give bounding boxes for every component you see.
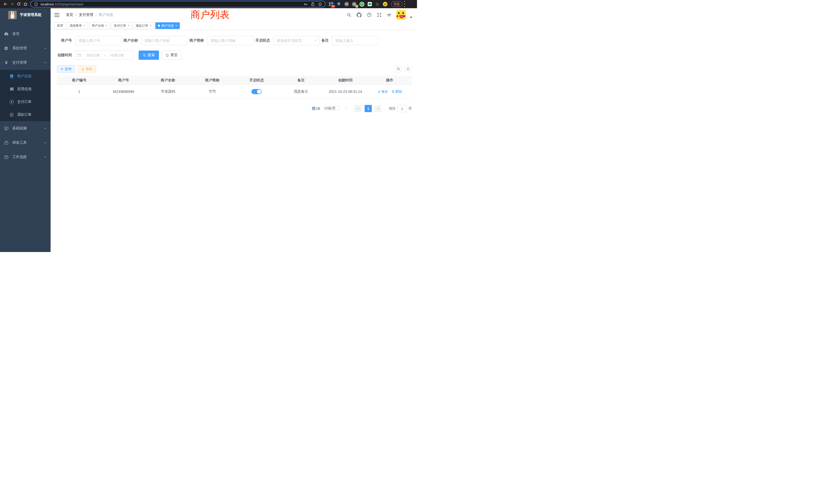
- status-toggle[interactable]: [251, 89, 262, 94]
- calendar-icon: [78, 53, 81, 57]
- sidebar-item-refund-order[interactable]: 退款订单: [0, 108, 50, 121]
- dashboard-icon: [4, 32, 8, 36]
- y-extension-icon[interactable]: Y: [359, 2, 364, 7]
- breadcrumb-pay[interactable]: 支付管理: [79, 13, 93, 17]
- command-extension-icon[interactable]: ⌘: [344, 2, 349, 7]
- status-select[interactable]: [273, 36, 320, 45]
- github-icon[interactable]: [357, 13, 361, 18]
- close-icon[interactable]: ×: [84, 24, 85, 27]
- close-icon[interactable]: ×: [175, 24, 177, 27]
- sidebar-item-merchant-info[interactable]: 商户信息: [0, 70, 50, 83]
- breadcrumb-current: 商户信息: [99, 13, 113, 17]
- sidebar-item-app-info[interactable]: 应用信息: [0, 83, 50, 95]
- short-name-input[interactable]: [207, 36, 254, 45]
- tab-merchant-info[interactable]: 商户信息×: [155, 22, 180, 29]
- chevron-down-icon: [345, 107, 348, 110]
- chat-extension-icon[interactable]: [367, 2, 372, 7]
- header-search-icon[interactable]: [347, 13, 351, 17]
- notify-extension-icon[interactable]: 1: [352, 2, 357, 7]
- chrome-menu-icon[interactable]: •••: [404, 0, 405, 8]
- monitor-check-icon: [4, 126, 8, 131]
- browser-chrome: localhost:1024/pay/merchant 10 ⌘ 1 Y 更新 …: [0, 0, 417, 8]
- tab-manager-extension-icon[interactable]: 10: [329, 2, 333, 7]
- page-unit-label: 页: [409, 106, 412, 111]
- date-start-input[interactable]: [83, 53, 104, 57]
- info-icon[interactable]: [34, 2, 39, 6]
- full-name-input[interactable]: [141, 36, 188, 45]
- font-size-icon[interactable]: тT: [387, 13, 391, 17]
- bookmark-star-icon[interactable]: [317, 2, 323, 6]
- page-content: 商户号 商户全称 商户简称 开启状态: [50, 30, 417, 252]
- export-button[interactable]: 导出: [78, 65, 96, 73]
- avatar-caret-down-icon[interactable]: [410, 17, 412, 18]
- app-logo-row[interactable]: 芋道管理系统: [0, 8, 50, 22]
- add-button[interactable]: 新增: [57, 65, 75, 73]
- sidebar-item-infra[interactable]: 基础设施: [0, 121, 50, 136]
- tab-home[interactable]: 首页: [54, 22, 66, 29]
- page-header: 首页 / 支付管理 / 商户信息 ? тT: [50, 8, 417, 22]
- browser-refresh-icon[interactable]: [16, 1, 22, 7]
- browser-back-icon[interactable]: [2, 1, 9, 7]
- close-icon[interactable]: ×: [106, 24, 107, 27]
- fullscreen-icon[interactable]: [377, 13, 381, 17]
- tab-user-group[interactable]: 用户分组×: [89, 22, 110, 29]
- breadcrumb-home[interactable]: 首页: [66, 13, 73, 17]
- annotation-merchant-list: 商户列表: [191, 8, 229, 21]
- show-search-button[interactable]: [395, 65, 402, 73]
- page-size-select[interactable]: 10条/页: [324, 106, 339, 110]
- refresh-table-button[interactable]: [404, 65, 412, 73]
- date-range-picker[interactable]: -: [75, 50, 133, 60]
- sidebar-item-label: 研发工具: [12, 140, 44, 145]
- add-button-label: 新增: [65, 67, 71, 71]
- rabbit-logo: [8, 11, 17, 19]
- user-avatar-pikachu[interactable]: [396, 10, 406, 20]
- page-number-1[interactable]: 1: [365, 105, 372, 112]
- col-merchant-id: 商户编号: [57, 78, 102, 83]
- delete-link[interactable]: 删除: [392, 89, 402, 94]
- close-icon[interactable]: ×: [128, 24, 129, 27]
- tab-label: 支付订单: [114, 24, 126, 28]
- date-end-input[interactable]: [107, 53, 128, 57]
- chevron-down-icon: [44, 47, 47, 50]
- extensions-puzzle-icon[interactable]: [375, 2, 380, 7]
- edit-link[interactable]: 修改: [377, 89, 388, 94]
- collapse-sidebar-icon[interactable]: [54, 13, 59, 17]
- close-icon[interactable]: ×: [150, 24, 152, 27]
- sidebar-item-label: 退款订单: [17, 112, 31, 117]
- gem-extension-icon[interactable]: [336, 2, 341, 7]
- sidebar-item-pay-order[interactable]: ¥ 支付订单: [0, 95, 50, 108]
- chrome-update-button[interactable]: 更新: [391, 1, 402, 7]
- prev-page-button[interactable]: [354, 105, 361, 112]
- tab-pay-order[interactable]: 支付订单×: [111, 22, 132, 29]
- table-row: 1 M233666999 芋道源码 芋艿 我是备注 2021-10-23 08:…: [57, 85, 412, 98]
- remark-input[interactable]: [332, 36, 378, 45]
- address-bar[interactable]: localhost:1024/pay/merchant: [30, 1, 326, 7]
- help-question-icon[interactable]: ?: [367, 13, 372, 17]
- col-full-name: 商户全称: [146, 78, 190, 83]
- emoji-extension-icon[interactable]: [382, 2, 388, 7]
- password-key-icon[interactable]: [303, 2, 308, 6]
- search-button[interactable]: 搜索: [139, 50, 159, 60]
- goto-page-input[interactable]: [397, 105, 407, 112]
- short-name-label: 商户简称: [190, 38, 204, 43]
- merchant-no-input[interactable]: [75, 36, 122, 45]
- sidebar-item-pay[interactable]: ¥ 支付管理: [0, 55, 50, 70]
- tab-process-form[interactable]: 流程表单×: [67, 22, 88, 29]
- col-merchant-no: 商户号: [102, 78, 146, 83]
- sidebar-item-dev-tools[interactable]: 研发工具: [0, 136, 50, 150]
- reset-button[interactable]: 重置: [161, 50, 182, 60]
- next-page-button[interactable]: [374, 105, 381, 112]
- col-short-name: 商户简称: [190, 78, 235, 83]
- cell-full-name: 芋道源码: [146, 89, 190, 94]
- sidebar-item-home[interactable]: 首页: [0, 27, 50, 41]
- browser-forward-icon[interactable]: [9, 1, 16, 7]
- tab-refund-order[interactable]: 退款订单×: [133, 22, 154, 29]
- pay-submenu: 商户信息 应用信息 ¥ 支付订单 退款订单: [0, 70, 50, 121]
- browser-home-icon[interactable]: [22, 1, 29, 7]
- share-icon[interactable]: [310, 2, 315, 6]
- sidebar-item-label: 应用信息: [17, 87, 31, 91]
- sidebar-item-workflow[interactable]: 工作流程: [0, 150, 50, 164]
- yen-icon: ¥: [4, 61, 8, 65]
- sidebar-item-system[interactable]: 系统管理: [0, 41, 50, 55]
- date-separator: -: [105, 53, 106, 57]
